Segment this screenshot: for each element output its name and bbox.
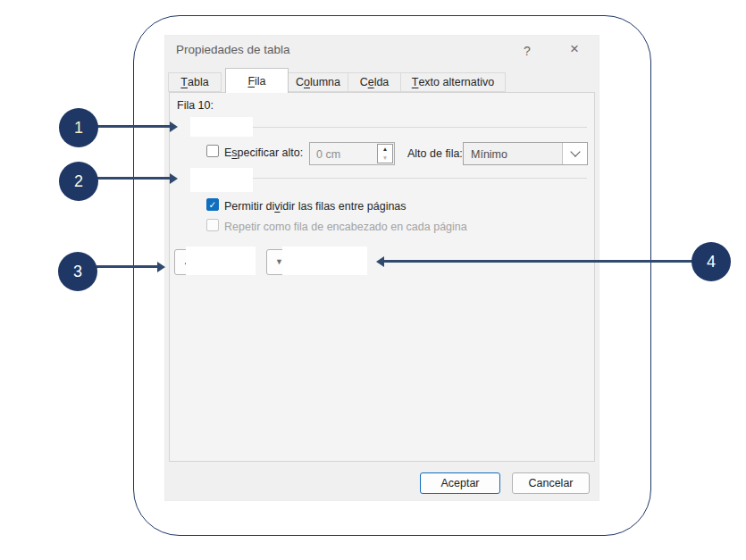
checkbox-repetir-encabezado-label: Repetir como fila de encabezado en cada … [224, 221, 467, 233]
redaction-box-3 [186, 247, 256, 275]
spinner-down-icon[interactable]: ▼ [378, 154, 392, 163]
callout-arrow-4-line [383, 260, 692, 263]
checkbox-especificar-alto[interactable] [206, 145, 219, 157]
alto-de-fila-dropdown[interactable]: Mínimo [463, 142, 588, 165]
redaction-box-4 [282, 247, 367, 275]
aceptar-button[interactable]: Aceptar [420, 472, 500, 494]
callout-arrow-4-head [376, 256, 384, 267]
tab-page-fila: Fila 10: Especificar alto: 0 cm ▲ ▼ Alto… [169, 92, 595, 462]
callout-1: 1 [59, 108, 98, 147]
cancelar-button[interactable]: Cancelar [512, 472, 590, 494]
tab-tabla[interactable]: Tabla [168, 72, 222, 92]
callout-2: 2 [59, 162, 98, 201]
checkbox-repetir-encabezado[interactable] [206, 219, 219, 231]
callout-arrow-2-head [170, 173, 178, 184]
height-spinner-buttons: ▲ ▼ [377, 144, 393, 163]
callout-arrow-2-line [97, 177, 172, 180]
check-icon: ✓ [209, 200, 217, 210]
dropdown-button[interactable] [562, 143, 587, 164]
row-indicator: Fila 10: [177, 99, 214, 112]
callout-4: 4 [692, 242, 731, 281]
redaction-box-1 [190, 117, 253, 137]
callout-arrow-3-line [96, 265, 159, 268]
close-icon[interactable]: × [566, 40, 583, 58]
help-icon[interactable]: ? [520, 44, 534, 58]
alto-de-fila-value: Mínimo [471, 148, 507, 161]
tab-texto-alternativo[interactable]: Texto alternativo [400, 72, 506, 92]
tab-fila[interactable]: Fila [225, 68, 289, 93]
tab-celda[interactable]: Celda [348, 72, 401, 92]
height-spinner[interactable]: 0 cm ▲ ▼ [309, 142, 395, 165]
tab-columna[interactable]: Columna [288, 72, 348, 92]
chevron-down-icon [570, 146, 580, 156]
callout-arrow-3-head [157, 262, 165, 272]
redaction-box-2 [190, 168, 253, 192]
callout-arrow-1-line [97, 125, 172, 128]
spinner-up-icon[interactable]: ▲ [378, 145, 392, 154]
callout-3: 3 [58, 252, 97, 291]
alto-de-fila-label: Alto de fila: [407, 147, 463, 160]
checkbox-permitir-dividir-label[interactable]: Permitir dividir las filas entre páginas [224, 200, 407, 213]
callout-arrow-1-head [170, 121, 178, 132]
checkbox-especificar-alto-label[interactable]: Especificar alto: [224, 146, 303, 159]
checkbox-permitir-dividir[interactable]: ✓ [206, 198, 219, 211]
height-value: 0 cm [316, 148, 340, 161]
page: Propiedades de tabla ? × Tabla Fila Colu… [0, 0, 746, 560]
dialog-title: Propiedades de tabla [176, 43, 290, 56]
